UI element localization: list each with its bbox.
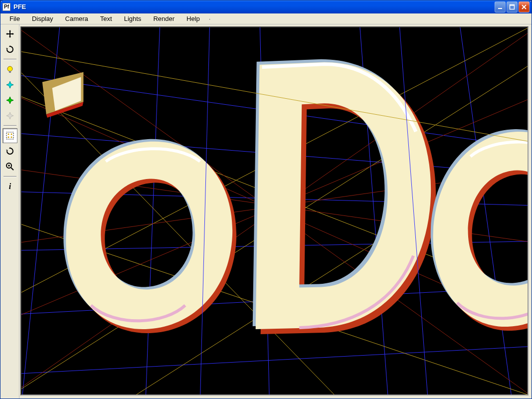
move-tool[interactable] — [2, 26, 17, 41]
maximize-button[interactable] — [507, 1, 518, 12]
menu-display[interactable]: Display — [26, 13, 59, 24]
bulb-cyan-icon — [5, 80, 15, 90]
window-title: PFE — [13, 3, 495, 10]
bulb-gray-icon — [5, 111, 15, 121]
toolbar-separator — [3, 125, 16, 126]
app-window: Pf PFE File Display Camera Text Lights R… — [0, 0, 532, 399]
app-icon: Pf — [2, 3, 10, 11]
info-icon: i — [5, 182, 15, 192]
svg-point-3 — [7, 66, 12, 71]
zoom-icon — [5, 162, 15, 172]
svg-rect-2 — [510, 4, 515, 5]
svg-line-11 — [11, 168, 13, 170]
menu-text[interactable]: Text — [94, 13, 118, 24]
menu-render[interactable]: Render — [147, 13, 180, 24]
toolbar-separator — [3, 59, 16, 60]
close-button[interactable] — [519, 1, 530, 12]
orbit-icon — [5, 146, 15, 156]
bulb-green-icon — [5, 95, 15, 105]
svg-rect-4 — [9, 71, 11, 73]
svg-rect-5 — [6, 132, 13, 139]
menu-camera[interactable]: Camera — [59, 13, 94, 24]
light1-tool[interactable] — [2, 62, 17, 77]
zoom-tool[interactable] — [2, 159, 17, 174]
move-icon — [5, 29, 15, 39]
menu-file[interactable]: File — [3, 13, 26, 24]
menu-separator-dot: · — [209, 15, 211, 22]
toolbar: i — [0, 24, 19, 399]
rotate-tool[interactable] — [2, 42, 17, 57]
menu-help[interactable]: Help — [180, 13, 206, 24]
menu-lights[interactable]: Lights — [118, 13, 148, 24]
select-icon — [5, 131, 15, 141]
titlebar[interactable]: Pf PFE — [0, 0, 532, 13]
viewport-3d[interactable] — [20, 26, 529, 396]
light2-tool[interactable] — [2, 77, 17, 92]
rotate-icon — [5, 44, 15, 54]
workarea: i — [0, 24, 532, 399]
svg-point-6 — [7, 133, 9, 135]
svg-point-9 — [10, 136, 12, 138]
svg-point-7 — [10, 133, 12, 135]
svg-point-8 — [7, 136, 9, 138]
toolbar-separator — [3, 176, 16, 177]
svg-text:i: i — [8, 182, 11, 191]
light4-tool[interactable] — [2, 108, 17, 123]
window-controls — [495, 1, 530, 12]
info-tool[interactable]: i — [2, 179, 17, 194]
scene-render — [21, 27, 528, 395]
select-tool[interactable] — [2, 128, 17, 143]
svg-rect-0 — [498, 8, 502, 9]
menubar: File Display Camera Text Lights Render H… — [0, 13, 532, 24]
light3-tool[interactable] — [2, 93, 17, 108]
minimize-button[interactable] — [495, 1, 506, 12]
orbit-tool[interactable] — [2, 144, 17, 159]
bulb-yellow-icon — [5, 64, 15, 74]
